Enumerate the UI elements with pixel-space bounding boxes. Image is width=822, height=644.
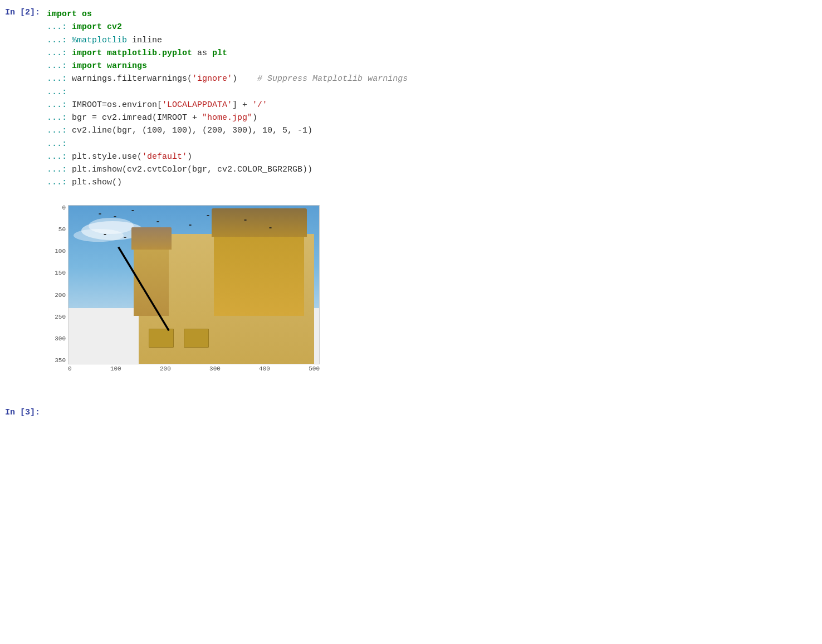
- cont-marker6: ...:: [47, 87, 67, 97]
- bgr-close: ): [252, 113, 257, 123]
- x-label-300: 300: [209, 366, 221, 372]
- plt-imshow: plt.imshow(cv2.cvtColor(bgr, cv2.COLOR_B…: [72, 165, 312, 174]
- plt-style-close: ): [187, 152, 192, 162]
- module-cv2: cv2: [107, 22, 122, 32]
- imroot-key: 'LOCALAPPDATA': [162, 100, 232, 110]
- plot-area: 0 50 100 150 200 250 300 350: [47, 198, 320, 377]
- code-line-4: ...: import matplotlib.pyplot as plt: [47, 47, 822, 60]
- plot-image: [68, 206, 319, 364]
- svg-line-0: [119, 247, 169, 330]
- y-label-350: 350: [55, 358, 66, 364]
- module-warnings: warnings: [107, 61, 147, 71]
- cont-marker10: ...:: [47, 139, 67, 149]
- plt-style-arg: 'default': [142, 152, 187, 162]
- bgr-filename: "home.jpg": [202, 113, 252, 123]
- cont-marker13: ...:: [47, 178, 72, 187]
- cell-2-code[interactable]: import os ...: import cv2 ...: %matplotl…: [45, 8, 822, 189]
- cell-2-label: In [2]:: [0, 8, 45, 189]
- fw-close: ): [232, 74, 257, 84]
- cell-2-input: In [2]: import os ...: import cv2 ...: %…: [0, 6, 822, 192]
- cell-2-output: 0 50 100 150 200 250 300 350: [45, 192, 822, 381]
- cont-marker12: ...:: [47, 165, 72, 174]
- imroot-plus: ] +: [232, 100, 252, 110]
- module-os: os: [82, 9, 92, 19]
- code-line-5: ...: import warnings: [47, 60, 822, 72]
- fw-call: warnings.filterwarnings(: [72, 74, 192, 84]
- x-axis-labels: 0 100 200 300 400 500: [68, 364, 320, 377]
- module-mpl: matplotlib.pyplot: [107, 48, 192, 58]
- x-label-500: 500: [309, 366, 320, 372]
- y-label-150: 150: [55, 270, 66, 276]
- code-line-7: ...:: [47, 86, 822, 99]
- keyword-import2: import: [72, 22, 107, 32]
- y-label-200: 200: [55, 292, 66, 299]
- imroot-slash: '/': [252, 100, 267, 110]
- code-line-3: ...: %matplotlib inline: [47, 34, 822, 47]
- imroot-assign: IMROOT=os.environ[: [72, 100, 162, 110]
- cont-marker: ...:: [47, 22, 72, 32]
- x-label-200: 200: [160, 366, 171, 372]
- code-line-6: ...: warnings.filterwarnings('ignore') #…: [47, 72, 822, 85]
- y-label-50: 50: [58, 227, 66, 233]
- cv2-line: cv2.line(bgr, (100, 100), (200, 300), 10…: [72, 126, 312, 135]
- plt-style: plt.style.use(: [72, 152, 142, 162]
- fw-comment: # Suppress Matplotlib warnings: [257, 74, 408, 84]
- cont-marker9: ...:: [47, 126, 72, 135]
- code-line-14: ...: plt.show(): [47, 176, 822, 189]
- cell-3-code[interactable]: [45, 408, 822, 421]
- code-line-12: ...: plt.style.use('default'): [47, 150, 822, 163]
- plt-show: plt.show(): [72, 178, 122, 187]
- cell-3-empty-line: [47, 408, 822, 421]
- fw-arg: 'ignore': [192, 74, 232, 84]
- cont-marker5: ...:: [47, 74, 72, 84]
- code-line-13: ...: plt.imshow(cv2.cvtColor(bgr, cv2.CO…: [47, 163, 822, 176]
- y-label-0: 0: [62, 205, 66, 211]
- code-line-9: ...: bgr = cv2.imread(IMROOT + "home.jpg…: [47, 111, 822, 124]
- code-line-11: ...:: [47, 138, 822, 150]
- cell-2: In [2]: import os ...: import cv2 ...: %…: [0, 0, 822, 387]
- cont-marker8: ...:: [47, 113, 72, 123]
- as-keyword: as: [192, 48, 212, 58]
- code-line-8: ...: IMROOT=os.environ['LOCALAPPDATA'] +…: [47, 99, 822, 111]
- alias-plt: plt: [212, 48, 227, 58]
- cont-marker7: ...:: [47, 100, 72, 110]
- cell-3: In [3]:: [0, 400, 822, 428]
- y-label-300: 300: [55, 336, 66, 342]
- cell-separator: [0, 387, 822, 400]
- keyword-import: import: [47, 9, 82, 19]
- magic-matplotlib: %matplotlib: [72, 36, 127, 45]
- y-label-100: 100: [55, 248, 66, 255]
- keyword-import4: import: [72, 61, 107, 71]
- cont-marker2: ...:: [47, 36, 72, 45]
- keyword-import3: import: [72, 48, 107, 58]
- y-axis-labels: 0 50 100 150 200 250 300 350: [47, 205, 68, 364]
- cell-3-label: In [3]:: [0, 408, 45, 421]
- bgr-assign: bgr = cv2.imread(IMROOT +: [72, 113, 202, 123]
- code-line-1: import os: [47, 8, 822, 21]
- inline-text: inline: [127, 36, 162, 45]
- code-line-2: ...: import cv2: [47, 21, 822, 33]
- plot-frame: [68, 205, 320, 364]
- cont-marker11: ...:: [47, 152, 72, 162]
- y-label-250: 250: [55, 314, 66, 320]
- cont-marker3: ...:: [47, 48, 72, 58]
- x-label-400: 400: [259, 366, 270, 372]
- x-label-0: 0: [68, 366, 72, 372]
- code-line-10: ...: cv2.line(bgr, (100, 100), (200, 300…: [47, 124, 822, 137]
- cell-3-input-row: In [3]:: [0, 406, 822, 423]
- cont-marker4: ...:: [47, 61, 72, 71]
- x-label-100: 100: [110, 366, 121, 372]
- drawn-line-overlay: [68, 206, 319, 364]
